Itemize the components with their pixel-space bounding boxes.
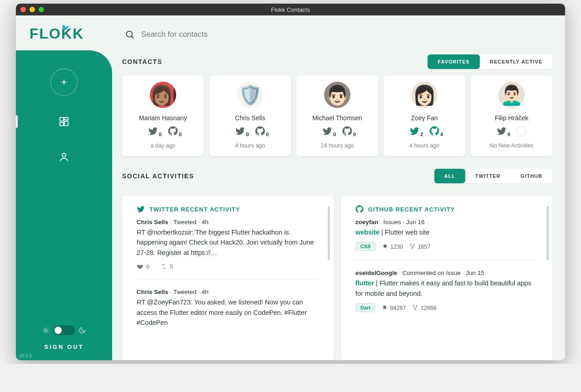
- contact-time: 24 hours ago: [321, 142, 354, 149]
- app-window: Flokk Contacts FLOKK 🐦: [16, 4, 565, 360]
- window-title: Flokk Contacts: [16, 6, 565, 13]
- contact-name: Mariam Hasnany: [139, 114, 187, 122]
- tweet-text: RT @ZoeyFan723: You asked, we listened! …: [137, 297, 319, 328]
- contact-name: Michael Thomsen: [312, 114, 362, 122]
- twitter-count: 0: [507, 132, 510, 137]
- search-icon: [125, 29, 135, 39]
- search-row: [122, 15, 552, 54]
- github-count: 0: [266, 132, 269, 137]
- contact-card[interactable]: 👩🏽 Mariam Hasnany 0 0 a day ago: [122, 75, 204, 156]
- sidebar: FLOKK 🐦: [16, 15, 112, 360]
- svg-point-5: [44, 329, 47, 331]
- scrollbar[interactable]: [547, 206, 549, 260]
- github-count: 0: [353, 132, 356, 137]
- bird-icon: 🐦: [61, 24, 70, 32]
- forks: 12866: [412, 304, 436, 311]
- github-missing: [517, 126, 527, 136]
- like-icon[interactable]: 0: [137, 263, 149, 270]
- lang-badge: CSS: [355, 242, 376, 251]
- contact-card[interactable]: 👨🏻‍🦱 Filip Hráček 0 No New Activities: [471, 75, 552, 156]
- svg-rect-3: [60, 122, 64, 126]
- contact-name: Zoey Fan: [411, 114, 438, 122]
- contact-card[interactable]: 👨🏻 Michael Thomsen 0 0 24 hours ago: [296, 75, 378, 156]
- add-contact-button[interactable]: [50, 69, 78, 96]
- avatar: 👨🏻: [324, 82, 350, 108]
- tab-recently-active[interactable]: RECENTLY ACTIVE: [480, 54, 552, 69]
- repo-link[interactable]: flutter: [355, 279, 374, 287]
- logo: FLOKK 🐦: [16, 15, 112, 50]
- github-count: 4: [440, 132, 443, 137]
- contact-time: No New Activities: [490, 142, 534, 149]
- contacts-row: 👩🏽 Mariam Hasnany 0 0 a day ago 🛡️ Chris…: [122, 75, 552, 156]
- avatar: 👩🏻: [411, 82, 438, 108]
- stars: 1230: [382, 243, 403, 250]
- forks: 1657: [409, 243, 430, 250]
- activities-heading: SOCIAL ACTIVITIES: [122, 172, 194, 180]
- contact-time: a day ago: [151, 142, 176, 149]
- retweet-icon[interactable]: 5: [160, 263, 173, 270]
- nav-dashboard[interactable]: [54, 112, 74, 131]
- twitter-panel-title: TWITTER RECENT ACTIVITY: [149, 206, 240, 213]
- github-count: 0: [179, 132, 182, 137]
- twitter-count: 0: [246, 132, 249, 137]
- tab-all[interactable]: ALL: [434, 169, 465, 183]
- twitter-count: 2: [420, 132, 423, 137]
- version-label: v0.9.6: [20, 353, 32, 358]
- lang-badge: Dart: [355, 303, 375, 312]
- contacts-heading: CONTACTS: [122, 58, 162, 65]
- twitter-icon: [137, 205, 145, 213]
- contacts-tabs: FAVORITES RECENTLY ACTIVE: [428, 54, 552, 69]
- svg-point-4: [62, 153, 66, 157]
- twitter-count: 0: [159, 132, 162, 137]
- tab-github[interactable]: GITHUB: [511, 169, 552, 183]
- scrollbar[interactable]: [328, 206, 330, 260]
- contact-name: Chris Sells: [235, 114, 266, 122]
- contact-name: Filip Hráček: [495, 114, 528, 122]
- github-panel-title: GITHUB RECENT ACTIVITY: [368, 206, 455, 213]
- main-content: CONTACTS FAVORITES RECENTLY ACTIVE 👩🏽 Ma…: [112, 15, 565, 360]
- stars: 94287: [382, 304, 406, 311]
- tab-twitter[interactable]: TWITTER: [465, 169, 511, 183]
- moon-icon: [79, 327, 86, 334]
- contact-time: 4 hours ago: [409, 142, 439, 149]
- search-input[interactable]: [141, 30, 323, 39]
- tweet-text: RT @norbertkozsir: The biggest Flutter h…: [137, 227, 319, 258]
- sign-out-button[interactable]: SIGN OUT: [44, 343, 84, 350]
- avatar: 👩🏽: [150, 82, 176, 108]
- github-icon: [355, 205, 364, 213]
- svg-rect-2: [64, 121, 68, 126]
- nav-profile[interactable]: [54, 147, 74, 167]
- sun-icon: [42, 327, 49, 334]
- theme-toggle[interactable]: [53, 325, 75, 335]
- avatar: 👨🏻‍🦱: [498, 82, 525, 108]
- svg-rect-1: [64, 118, 68, 120]
- contact-time: 4 hours ago: [235, 142, 265, 149]
- github-panel: GITHUB RECENT ACTIVITY zoeyfan · Issues …: [341, 196, 552, 360]
- avatar: 🛡️: [237, 82, 263, 108]
- twitter-panel: TWITTER RECENT ACTIVITY Chris Sells · Tw…: [122, 196, 334, 360]
- titlebar: Flokk Contacts: [16, 4, 565, 15]
- logo-text: FLOKK: [30, 25, 84, 42]
- svg-point-6: [127, 31, 133, 37]
- activities-tabs: ALL TWITTER GITHUB: [434, 169, 552, 183]
- repo-link[interactable]: website: [355, 229, 379, 236]
- contact-card[interactable]: 👩🏻 Zoey Fan 2 4 4 hours ago: [384, 75, 465, 156]
- twitter-count: 0: [333, 132, 336, 137]
- theme-row: [42, 325, 86, 335]
- tab-favorites[interactable]: FAVORITES: [428, 54, 480, 69]
- svg-rect-0: [60, 118, 64, 121]
- contact-card[interactable]: 🛡️ Chris Sells 0 0 4 hours ago: [209, 75, 291, 156]
